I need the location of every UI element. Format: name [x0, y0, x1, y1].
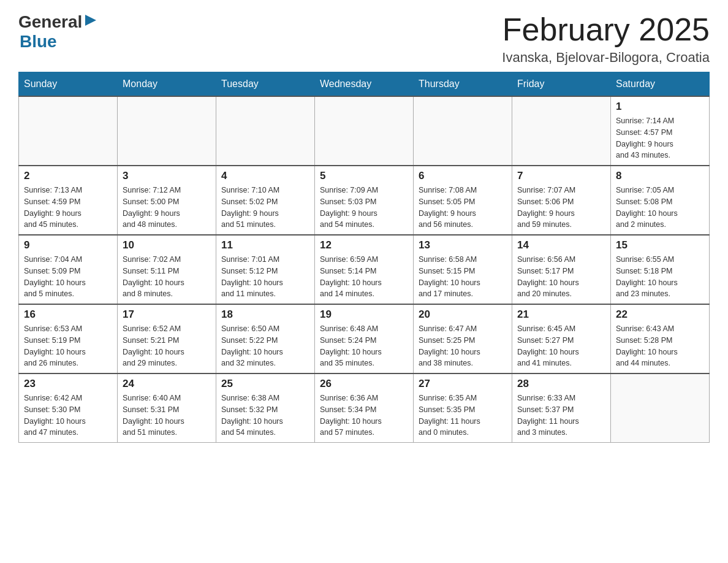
week-row-3: 9Sunrise: 7:04 AM Sunset: 5:09 PM Daylig… — [19, 235, 710, 304]
day-number: 7 — [517, 170, 605, 182]
calendar-cell: 17Sunrise: 6:52 AM Sunset: 5:21 PM Dayli… — [118, 304, 216, 373]
calendar-cell: 3Sunrise: 7:12 AM Sunset: 5:00 PM Daylig… — [118, 166, 216, 235]
day-info: Sunrise: 6:59 AM Sunset: 5:14 PM Dayligh… — [320, 254, 408, 300]
weekday-header-wednesday: Wednesday — [315, 72, 414, 97]
calendar-cell: 19Sunrise: 6:48 AM Sunset: 5:24 PM Dayli… — [315, 304, 414, 373]
weekday-header-saturday: Saturday — [611, 72, 710, 97]
calendar-cell — [611, 373, 710, 443]
svg-marker-0 — [85, 15, 96, 26]
calendar-cell — [512, 96, 611, 166]
day-number: 8 — [616, 170, 704, 182]
day-info: Sunrise: 6:56 AM Sunset: 5:17 PM Dayligh… — [517, 254, 605, 300]
calendar-cell: 15Sunrise: 6:55 AM Sunset: 5:18 PM Dayli… — [611, 235, 710, 304]
day-number: 9 — [24, 239, 112, 251]
day-number: 10 — [123, 239, 211, 251]
calendar-cell: 4Sunrise: 7:10 AM Sunset: 5:02 PM Daylig… — [216, 166, 315, 235]
calendar-cell: 1Sunrise: 7:14 AM Sunset: 4:57 PM Daylig… — [611, 96, 710, 166]
day-number: 1 — [616, 101, 704, 113]
calendar-cell: 24Sunrise: 6:40 AM Sunset: 5:31 PM Dayli… — [118, 373, 216, 443]
day-info: Sunrise: 6:42 AM Sunset: 5:30 PM Dayligh… — [24, 393, 112, 439]
day-info: Sunrise: 6:38 AM Sunset: 5:32 PM Dayligh… — [221, 393, 309, 439]
day-number: 2 — [24, 170, 112, 182]
calendar-cell: 26Sunrise: 6:36 AM Sunset: 5:34 PM Dayli… — [315, 373, 414, 443]
day-number: 21 — [517, 308, 605, 321]
day-number: 14 — [517, 239, 605, 251]
calendar-cell — [216, 96, 315, 166]
day-info: Sunrise: 7:10 AM Sunset: 5:02 PM Dayligh… — [221, 185, 309, 231]
calendar-cell: 8Sunrise: 7:05 AM Sunset: 5:08 PM Daylig… — [611, 166, 710, 235]
day-number: 20 — [419, 308, 507, 321]
day-number: 27 — [419, 378, 507, 390]
day-number: 26 — [320, 378, 408, 390]
calendar-cell: 5Sunrise: 7:09 AM Sunset: 5:03 PM Daylig… — [315, 166, 414, 235]
calendar-cell: 27Sunrise: 6:35 AM Sunset: 5:35 PM Dayli… — [414, 373, 512, 443]
day-info: Sunrise: 7:05 AM Sunset: 5:08 PM Dayligh… — [616, 185, 704, 231]
day-number: 24 — [123, 378, 211, 390]
calendar-cell: 13Sunrise: 6:58 AM Sunset: 5:15 PM Dayli… — [414, 235, 512, 304]
day-info: Sunrise: 6:55 AM Sunset: 5:18 PM Dayligh… — [616, 254, 704, 300]
day-number: 28 — [517, 378, 605, 390]
calendar-cell: 11Sunrise: 7:01 AM Sunset: 5:12 PM Dayli… — [216, 235, 315, 304]
logo-arrow-icon — [83, 15, 96, 29]
calendar-cell: 20Sunrise: 6:47 AM Sunset: 5:25 PM Dayli… — [414, 304, 512, 373]
day-info: Sunrise: 6:48 AM Sunset: 5:24 PM Dayligh… — [320, 323, 408, 369]
calendar-cell — [118, 96, 216, 166]
day-info: Sunrise: 6:40 AM Sunset: 5:31 PM Dayligh… — [123, 393, 211, 439]
calendar-cell: 10Sunrise: 7:02 AM Sunset: 5:11 PM Dayli… — [118, 235, 216, 304]
day-info: Sunrise: 7:13 AM Sunset: 4:59 PM Dayligh… — [24, 185, 112, 231]
day-number: 4 — [221, 170, 309, 182]
day-number: 19 — [320, 308, 408, 321]
logo-blue-text: Blue — [20, 32, 57, 52]
day-info: Sunrise: 6:53 AM Sunset: 5:19 PM Dayligh… — [24, 323, 112, 369]
calendar-cell: 9Sunrise: 7:04 AM Sunset: 5:09 PM Daylig… — [19, 235, 118, 304]
weekday-header-row: SundayMondayTuesdayWednesdayThursdayFrid… — [19, 72, 710, 97]
day-info: Sunrise: 7:14 AM Sunset: 4:57 PM Dayligh… — [616, 115, 704, 161]
day-number: 6 — [419, 170, 507, 182]
month-title: February 2025 — [502, 12, 710, 47]
day-info: Sunrise: 6:45 AM Sunset: 5:27 PM Dayligh… — [517, 323, 605, 369]
week-row-2: 2Sunrise: 7:13 AM Sunset: 4:59 PM Daylig… — [19, 166, 710, 235]
day-number: 25 — [221, 378, 309, 390]
calendar-cell — [414, 96, 512, 166]
calendar-cell: 6Sunrise: 7:08 AM Sunset: 5:05 PM Daylig… — [414, 166, 512, 235]
calendar-cell: 25Sunrise: 6:38 AM Sunset: 5:32 PM Dayli… — [216, 373, 315, 443]
day-number: 18 — [221, 308, 309, 321]
calendar-cell: 14Sunrise: 6:56 AM Sunset: 5:17 PM Dayli… — [512, 235, 611, 304]
calendar-cell: 22Sunrise: 6:43 AM Sunset: 5:28 PM Dayli… — [611, 304, 710, 373]
day-number: 3 — [123, 170, 211, 182]
day-info: Sunrise: 6:52 AM Sunset: 5:21 PM Dayligh… — [123, 323, 211, 369]
weekday-header-friday: Friday — [512, 72, 611, 97]
calendar-cell: 12Sunrise: 6:59 AM Sunset: 5:14 PM Dayli… — [315, 235, 414, 304]
day-info: Sunrise: 7:01 AM Sunset: 5:12 PM Dayligh… — [221, 254, 309, 300]
calendar-cell: 28Sunrise: 6:33 AM Sunset: 5:37 PM Dayli… — [512, 373, 611, 443]
week-row-1: 1Sunrise: 7:14 AM Sunset: 4:57 PM Daylig… — [19, 96, 710, 166]
title-area: February 2025 Ivanska, Bjelovar-Bilogora… — [502, 12, 710, 66]
weekday-header-thursday: Thursday — [414, 72, 512, 97]
calendar-cell — [19, 96, 118, 166]
day-info: Sunrise: 7:08 AM Sunset: 5:05 PM Dayligh… — [419, 185, 507, 231]
day-info: Sunrise: 6:58 AM Sunset: 5:15 PM Dayligh… — [419, 254, 507, 300]
location-subtitle: Ivanska, Bjelovar-Bilogora, Croatia — [502, 50, 710, 66]
day-number: 13 — [419, 239, 507, 251]
day-info: Sunrise: 7:04 AM Sunset: 5:09 PM Dayligh… — [24, 254, 112, 300]
calendar-cell: 18Sunrise: 6:50 AM Sunset: 5:22 PM Dayli… — [216, 304, 315, 373]
calendar-cell: 7Sunrise: 7:07 AM Sunset: 5:06 PM Daylig… — [512, 166, 611, 235]
day-info: Sunrise: 7:02 AM Sunset: 5:11 PM Dayligh… — [123, 254, 211, 300]
logo-general-text: General — [18, 12, 82, 32]
day-info: Sunrise: 6:43 AM Sunset: 5:28 PM Dayligh… — [616, 323, 704, 369]
day-info: Sunrise: 7:09 AM Sunset: 5:03 PM Dayligh… — [320, 185, 408, 231]
day-info: Sunrise: 7:12 AM Sunset: 5:00 PM Dayligh… — [123, 185, 211, 231]
day-number: 15 — [616, 239, 704, 251]
day-number: 12 — [320, 239, 408, 251]
calendar-cell: 16Sunrise: 6:53 AM Sunset: 5:19 PM Dayli… — [19, 304, 118, 373]
day-number: 16 — [24, 308, 112, 321]
calendar-cell — [315, 96, 414, 166]
calendar-cell: 2Sunrise: 7:13 AM Sunset: 4:59 PM Daylig… — [19, 166, 118, 235]
day-info: Sunrise: 7:07 AM Sunset: 5:06 PM Dayligh… — [517, 185, 605, 231]
weekday-header-sunday: Sunday — [19, 72, 118, 97]
logo: General Blue — [18, 12, 96, 52]
day-info: Sunrise: 6:47 AM Sunset: 5:25 PM Dayligh… — [419, 323, 507, 369]
page-header: General Blue February 2025 Ivanska, Bjel… — [18, 12, 710, 66]
day-number: 11 — [221, 239, 309, 251]
weekday-header-monday: Monday — [118, 72, 216, 97]
